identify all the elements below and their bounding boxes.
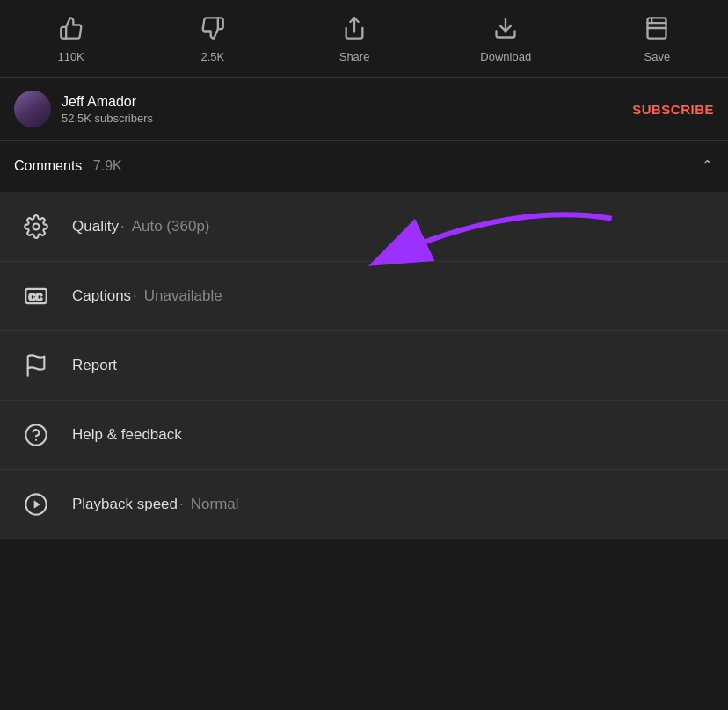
report-label: Report bbox=[72, 357, 117, 374]
playback-label: Playback speed bbox=[72, 496, 178, 513]
channel-info: Jeff Amador 52.5K subscribers bbox=[62, 94, 632, 125]
dislike-button[interactable]: 2.5K bbox=[197, 12, 229, 63]
action-bar: 110K 2.5K Share D bbox=[0, 0, 728, 78]
playback-menu-item[interactable]: Playback speed · Normal bbox=[0, 470, 728, 539]
dislike-count: 2.5K bbox=[200, 50, 224, 63]
download-icon bbox=[490, 12, 521, 44]
save-button[interactable]: Save bbox=[641, 12, 673, 63]
download-label: Download bbox=[480, 50, 531, 63]
channel-row: Jeff Amador 52.5K subscribers SUBSCRIBE bbox=[0, 78, 728, 141]
like-count: 110K bbox=[57, 50, 84, 63]
quality-menu-item[interactable]: Quality · Auto (360p) bbox=[0, 192, 728, 262]
svg-point-11 bbox=[25, 424, 46, 445]
menu-section: Quality · Auto (360p) CC Captions · Unav… bbox=[0, 192, 728, 539]
chevron-icon: ⌃ bbox=[701, 156, 714, 176]
captions-label: Captions bbox=[72, 287, 131, 305]
svg-point-7 bbox=[33, 224, 40, 230]
share-icon bbox=[339, 12, 370, 44]
comments-section: Comments 7.9K bbox=[14, 158, 122, 174]
share-button[interactable]: Share bbox=[339, 12, 370, 63]
save-icon bbox=[641, 12, 673, 44]
comments-label: Comments bbox=[14, 158, 82, 173]
comments-row[interactable]: Comments 7.9K ⌃ bbox=[0, 141, 728, 192]
playback-dot: · bbox=[179, 496, 184, 513]
svg-text:CC: CC bbox=[29, 292, 43, 302]
captions-value: Unavailable bbox=[144, 287, 222, 305]
quality-value: Auto (360p) bbox=[132, 218, 210, 235]
flag-icon bbox=[21, 351, 51, 380]
thumbs-up-icon bbox=[55, 12, 87, 44]
quality-label: Quality bbox=[72, 218, 119, 235]
report-menu-item[interactable]: Report bbox=[0, 331, 728, 401]
download-button[interactable]: Download bbox=[480, 12, 531, 63]
channel-name: Jeff Amador bbox=[62, 94, 632, 110]
subscribe-button[interactable]: SUBSCRIBE bbox=[632, 102, 714, 117]
help-label: Help & feedback bbox=[72, 426, 182, 444]
cc-icon: CC bbox=[21, 281, 51, 311]
share-label: Share bbox=[339, 50, 370, 63]
svg-marker-14 bbox=[34, 500, 40, 508]
captions-menu-item[interactable]: CC Captions · Unavailable bbox=[0, 262, 728, 331]
thumbs-down-icon bbox=[197, 12, 229, 44]
help-icon bbox=[21, 420, 51, 450]
captions-dot: · bbox=[133, 287, 137, 305]
comments-count: 7.9K bbox=[93, 158, 122, 173]
avatar bbox=[14, 91, 51, 127]
channel-subscribers: 52.5K subscribers bbox=[62, 112, 632, 125]
help-menu-item[interactable]: Help & feedback bbox=[0, 401, 728, 470]
gear-icon bbox=[21, 212, 51, 242]
quality-dot: · bbox=[120, 218, 125, 235]
like-button[interactable]: 110K bbox=[55, 12, 87, 63]
save-label: Save bbox=[644, 50, 671, 63]
playback-value: Normal bbox=[191, 496, 239, 513]
playback-speed-icon bbox=[21, 489, 51, 519]
